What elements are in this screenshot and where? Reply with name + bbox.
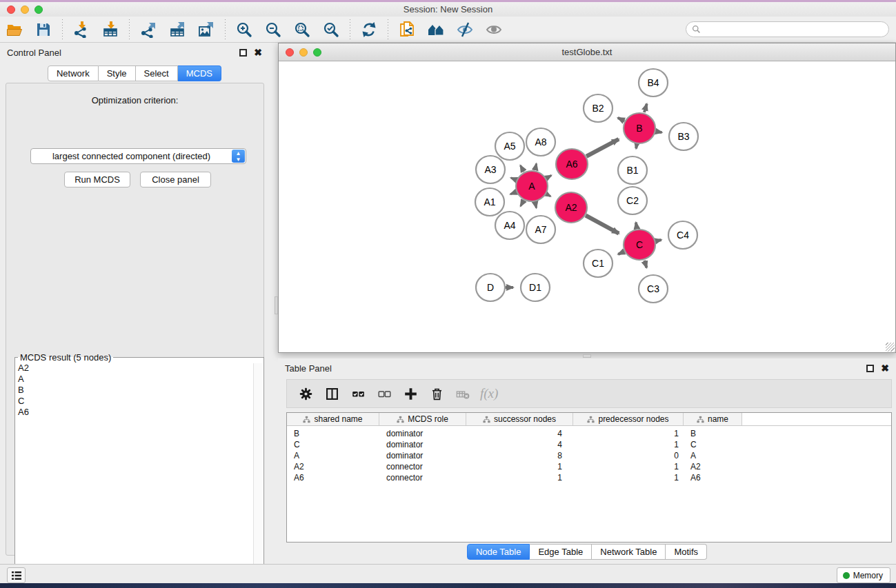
table-row-a[interactable]: Adominator80A: [287, 450, 891, 461]
import-network-icon[interactable]: [70, 19, 93, 40]
edge-B-B4[interactable]: [644, 104, 647, 112]
zoom-fit-icon[interactable]: [290, 19, 314, 40]
node-A2[interactable]: A2: [555, 192, 587, 223]
close-table-panel-icon[interactable]: ✖: [881, 365, 889, 372]
node-C1[interactable]: C1: [584, 250, 613, 277]
close-window-icon[interactable]: [7, 6, 15, 14]
table-row-c[interactable]: Cdominator41C: [287, 439, 891, 450]
tab-network[interactable]: Network: [48, 65, 99, 81]
close-network-window-icon[interactable]: [286, 48, 294, 57]
search-input[interactable]: [701, 25, 888, 34]
edge-B-B3[interactable]: [656, 131, 662, 132]
node-A8[interactable]: A8: [526, 128, 555, 156]
add-column-icon[interactable]: [400, 383, 421, 404]
maximize-network-window-icon[interactable]: [313, 48, 321, 57]
node-B[interactable]: B: [624, 113, 655, 143]
result-item-a2[interactable]: A2: [18, 363, 263, 374]
node-B2[interactable]: B2: [584, 94, 613, 122]
zoom-out-icon[interactable]: [261, 19, 285, 40]
node-B1[interactable]: B1: [618, 156, 647, 184]
node-A1[interactable]: A1: [475, 188, 504, 216]
table-row-a6[interactable]: A6connector11A6: [287, 472, 891, 483]
close-panel-button[interactable]: Close panel: [140, 172, 211, 187]
node-C3[interactable]: C3: [639, 275, 668, 303]
zoom-selected-icon[interactable]: [319, 19, 343, 40]
zoom-in-icon[interactable]: [232, 19, 256, 40]
edge-B-B1[interactable]: [636, 145, 637, 149]
node-C[interactable]: C: [624, 230, 655, 260]
settings-gear-icon[interactable]: [295, 383, 316, 404]
tab-mcds[interactable]: MCDS: [178, 65, 221, 81]
result-item-c[interactable]: C: [18, 396, 263, 407]
edge-A-A6[interactable]: [546, 175, 551, 178]
delete-column-icon[interactable]: [426, 383, 447, 404]
edge-A-A7[interactable]: [535, 203, 537, 208]
save-session-icon[interactable]: [32, 19, 55, 40]
node-A7[interactable]: A7: [526, 216, 555, 243]
result-item-b[interactable]: B: [18, 385, 263, 396]
edge-B-B2[interactable]: [618, 118, 625, 121]
edge-A-A1[interactable]: [510, 192, 517, 194]
show-all-icon[interactable]: [482, 19, 506, 40]
tab-style[interactable]: Style: [99, 65, 136, 81]
close-panel-icon[interactable]: ✖: [254, 49, 262, 57]
window-resize-grip[interactable]: [886, 343, 895, 352]
criterion-dropdown[interactable]: largest connected component (directed) ▲…: [30, 148, 246, 164]
node-A[interactable]: A: [516, 171, 548, 201]
memory-button[interactable]: Memory: [837, 567, 890, 583]
float-panel-icon[interactable]: [239, 49, 247, 57]
minimize-window-icon[interactable]: [21, 6, 29, 14]
tab-edge-table[interactable]: Edge Table: [530, 544, 592, 560]
refresh-layout-icon[interactable]: [357, 19, 381, 40]
column-header-predecessor-nodes[interactable]: predecessor nodes: [573, 413, 684, 425]
import-table-icon[interactable]: [99, 19, 122, 40]
table-row-a2[interactable]: A2connector11A2: [287, 461, 891, 472]
edge-C-C1[interactable]: [618, 252, 624, 254]
edge-C-C3[interactable]: [644, 261, 646, 268]
new-network-icon[interactable]: [395, 19, 419, 40]
edge-A-A2[interactable]: [546, 194, 550, 196]
maximize-window-icon[interactable]: [34, 6, 43, 14]
table-row-b[interactable]: Bdominator41B: [287, 428, 891, 439]
node-B3[interactable]: B3: [669, 123, 698, 150]
edge-A-A8[interactable]: [535, 163, 537, 170]
node-A4[interactable]: A4: [495, 212, 524, 239]
edge-A2-C[interactable]: [586, 215, 619, 233]
network-window-titlebar[interactable]: testGlobe.txt: [279, 43, 895, 61]
open-session-icon[interactable]: [3, 19, 26, 40]
network-canvas[interactable]: B4B2BB3A5A8A6A3B1AA1C2A2A4A7CC4C1DD1C3: [279, 61, 895, 352]
node-A5[interactable]: A5: [495, 132, 524, 160]
node-C4[interactable]: C4: [668, 221, 697, 249]
column-header-shared-name[interactable]: shared name: [287, 413, 379, 425]
edge-C-C4[interactable]: [655, 240, 661, 241]
deselect-all-icon[interactable]: [374, 383, 395, 404]
node-D[interactable]: D: [476, 274, 505, 301]
tab-motifs[interactable]: Motifs: [666, 544, 707, 560]
export-table-icon[interactable]: [166, 19, 189, 40]
edge-A-A3[interactable]: [511, 178, 517, 180]
result-scrollbar[interactable]: [253, 363, 263, 588]
result-item-a[interactable]: A: [18, 374, 263, 385]
run-mcds-button[interactable]: Run MCDS: [64, 172, 130, 187]
float-table-panel-icon[interactable]: [866, 365, 874, 372]
result-item-a6[interactable]: A6: [18, 407, 263, 418]
column-header-name[interactable]: name: [684, 413, 742, 425]
tab-node-table[interactable]: Node Table: [467, 544, 530, 560]
panel-columns-icon[interactable]: [321, 383, 342, 404]
edge-A-A5[interactable]: [520, 165, 524, 172]
tab-select[interactable]: Select: [136, 65, 178, 81]
node-B4[interactable]: B4: [639, 69, 668, 97]
column-header-mcds-role[interactable]: MCDS role: [379, 413, 466, 425]
edge-A-A4[interactable]: [521, 201, 524, 206]
node-A6[interactable]: A6: [556, 149, 588, 179]
export-image-icon[interactable]: [195, 19, 218, 40]
horizontal-splitter-handle[interactable]: [583, 354, 591, 358]
node-D1[interactable]: D1: [521, 274, 550, 301]
node-C2[interactable]: C2: [618, 187, 647, 214]
column-header-successor-nodes[interactable]: successor nodes: [466, 413, 573, 425]
function-builder-icon[interactable]: f(x): [480, 386, 498, 401]
vertical-splitter-handle[interactable]: [275, 296, 278, 314]
panel-menu-button[interactable]: [7, 567, 26, 583]
edge-C-C2[interactable]: [636, 223, 637, 229]
node-A3[interactable]: A3: [476, 156, 505, 183]
